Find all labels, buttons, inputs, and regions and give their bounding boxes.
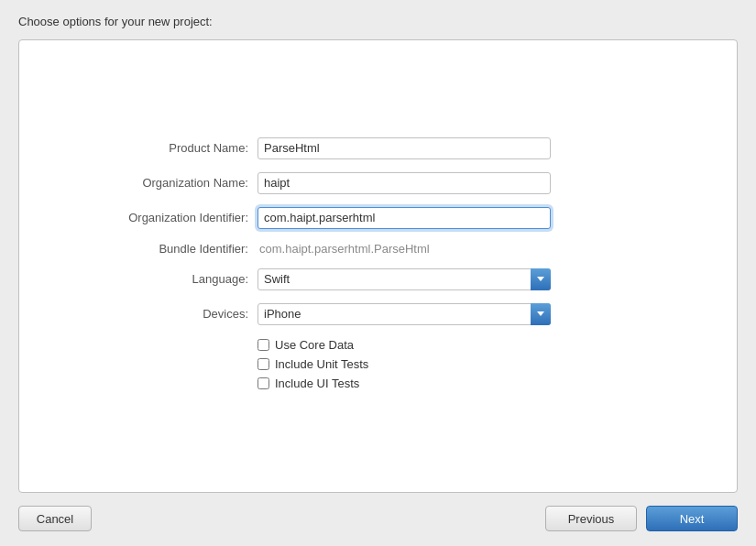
org-identifier-label: Organization Identifier: [74, 211, 257, 224]
devices-label: Devices: [74, 307, 257, 321]
right-buttons: Previous Next [545, 506, 738, 531]
language-select-wrapper: Swift Objective-C [257, 268, 551, 290]
language-select[interactable]: Swift Objective-C [257, 268, 551, 290]
product-name-label: Product Name: [74, 141, 257, 155]
org-identifier-input[interactable] [257, 207, 551, 229]
include-unit-tests-item: Include Unit Tests [257, 357, 368, 371]
product-name-input[interactable] [257, 137, 551, 159]
devices-row: Devices: iPhone iPad Universal [74, 303, 682, 325]
cancel-button[interactable]: Cancel [18, 506, 92, 531]
use-core-data-checkbox[interactable] [257, 339, 269, 351]
language-label: Language: [74, 272, 257, 286]
next-button[interactable]: Next [646, 506, 738, 531]
bundle-id-row: Bundle Identifier: com.haipt.parserhtml.… [74, 242, 682, 256]
page-title: Choose options for your new project: [18, 15, 738, 28]
org-name-row: Organization Name: [74, 172, 682, 194]
include-ui-tests-checkbox[interactable] [257, 377, 269, 389]
devices-select-wrapper: iPhone iPad Universal [257, 303, 551, 325]
bottom-bar: Cancel Previous Next [18, 506, 738, 531]
include-ui-tests-item: Include UI Tests [257, 377, 368, 390]
bundle-id-value: com.haipt.parserhtml.ParseHtml [257, 242, 430, 256]
previous-button[interactable]: Previous [545, 506, 637, 531]
org-name-label: Organization Name: [74, 176, 257, 190]
checkboxes-area: Use Core Data Include Unit Tests Include… [257, 338, 368, 390]
use-core-data-label: Use Core Data [275, 338, 354, 352]
devices-select[interactable]: iPhone iPad Universal [257, 303, 551, 325]
include-unit-tests-checkbox[interactable] [257, 358, 269, 370]
use-core-data-item: Use Core Data [257, 338, 368, 352]
org-name-input[interactable] [257, 172, 551, 194]
product-name-row: Product Name: [74, 137, 682, 159]
form-container: Product Name: Organization Name: Organiz… [19, 101, 737, 432]
language-row: Language: Swift Objective-C [74, 268, 682, 290]
main-panel: Product Name: Organization Name: Organiz… [18, 39, 738, 493]
include-ui-tests-label: Include UI Tests [275, 377, 359, 390]
bundle-id-label: Bundle Identifier: [74, 242, 257, 256]
checkboxes-row: Use Core Data Include Unit Tests Include… [74, 338, 682, 390]
org-identifier-row: Organization Identifier: [74, 207, 682, 229]
include-unit-tests-label: Include Unit Tests [275, 357, 368, 371]
